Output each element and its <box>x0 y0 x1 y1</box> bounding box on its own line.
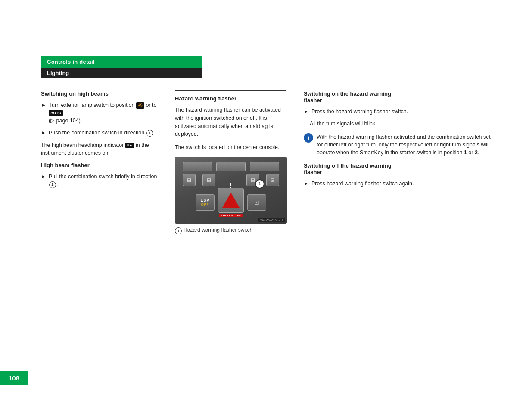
arrow-icon-3: ► <box>41 173 46 181</box>
right-arrow-1: ► <box>304 108 309 115</box>
caption-text: Hazard warning flasher switch <box>184 227 252 233</box>
right-arrow-2: ► <box>304 180 309 187</box>
all-signals-text: All the turn signals will blink. <box>310 120 491 128</box>
info-box: i With the hazard warning flasher activa… <box>304 133 491 156</box>
middle-separator <box>175 90 286 91</box>
col-middle: Hazard warning flasher The hazard warnin… <box>166 90 295 234</box>
hazard-image: ⊟ ⊟ ⊟ ⊟ <box>175 157 287 224</box>
sq-btn-left2: ⊟ <box>202 174 215 186</box>
lighting-bar: Lighting <box>41 68 202 78</box>
switch-off-title: Switching off the hazard warning flasher <box>304 162 491 175</box>
sq-icon-1: ⊟ <box>187 177 191 183</box>
top-btn-2 <box>216 162 246 171</box>
caption-circle: 1 <box>175 227 182 234</box>
high-beam-flasher-title: High beam flasher <box>41 162 157 168</box>
airbag-label: AIRBAG OFF <box>219 214 243 217</box>
right-bullet-2: ► Press hazard warning flasher switch ag… <box>304 180 491 187</box>
sq-icon-3: ⊟ <box>251 177 255 183</box>
bullet-text-3: Pull the combination switch briefly in d… <box>49 173 157 188</box>
page-number-box: 108 <box>0 371 28 385</box>
arrow-icon-1: ► <box>41 102 46 109</box>
triangle-container: ! <box>222 193 240 208</box>
right-bullet-text-2: Press hazard warning flasher switch agai… <box>311 180 491 187</box>
controls-label: Controls in detail <box>47 59 95 65</box>
right-bullet-1: ► Press the hazard warning flasher switc… <box>304 108 491 115</box>
lighting-label: Lighting <box>47 70 69 76</box>
triangle-red: ! <box>222 193 240 208</box>
bullet-item-1: ► Turn exterior lamp switch to position … <box>41 101 157 125</box>
right-console-button[interactable]: ⊡ <box>247 194 266 211</box>
bullet-text-1: Turn exterior lamp switch to position 🔆 … <box>49 101 157 125</box>
controls-bar: Controls in detail <box>41 56 202 68</box>
esp-button[interactable]: ESP OFF <box>196 194 215 211</box>
top-btn-3 <box>250 162 279 171</box>
top-buttons-row <box>183 162 279 171</box>
col-right: Switching on the hazard warning flasher … <box>295 90 491 234</box>
hazard-para2: The switch is located on the center cons… <box>175 143 286 152</box>
sq-icon-4: ⊟ <box>271 177 275 183</box>
lamp-d-icon: 🔆 <box>136 102 144 109</box>
hazard-flasher-title: Hazard warning flasher <box>175 95 286 102</box>
image-caption: 1 Hazard warning flasher switch <box>175 227 286 234</box>
right-bullet-text-1: Press the hazard warning flasher switch. <box>311 108 491 115</box>
hazard-area: ESP OFF ! <box>181 188 280 217</box>
exclaim-icon: ! <box>230 179 232 193</box>
sq-btn-left1: ⊟ <box>183 174 196 186</box>
bullet-item-3: ► Pull the combination switch briefly in… <box>41 173 157 188</box>
arrow-icon-2: ► <box>41 129 46 137</box>
esp-label-group: ESP OFF <box>200 198 209 206</box>
hazard-triangle-button[interactable]: ! <box>218 188 244 213</box>
callout-1-num: 1 <box>258 181 261 186</box>
esp-text: ESP <box>200 198 209 202</box>
page-number: 108 <box>9 374 19 382</box>
content-area: Switching on high beams ► Turn exterior … <box>41 90 491 234</box>
esp-off-text: OFF <box>201 202 209 206</box>
info-icon: i <box>304 133 313 143</box>
page-container: Controls in detail Lighting Switching on… <box>0 0 532 411</box>
right-icon: ⊡ <box>254 199 259 206</box>
auto-icon: AUTO <box>49 110 63 116</box>
circle-2: 2 <box>49 181 56 188</box>
photo-credit: P54.25-2958-31 <box>258 218 285 222</box>
sub-text-highbeam: The high beam headlamp indicator ≡► in t… <box>41 141 157 157</box>
sq-icon-2: ⊟ <box>207 177 211 183</box>
info-text-content: With the hazard warning flasher activate… <box>317 133 491 156</box>
bullet-text-2: Push the combination switch in direction… <box>49 129 157 137</box>
switch-on-title: Switching on the hazard warning flasher <box>304 90 491 103</box>
col-left: Switching on high beams ► Turn exterior … <box>41 90 166 234</box>
header-section: Controls in detail Lighting <box>41 56 202 78</box>
sq-btn-right2: ⊟ <box>266 174 279 186</box>
console-background: ⊟ ⊟ ⊟ ⊟ <box>175 157 287 224</box>
callout-1: 1 <box>255 179 264 189</box>
high-beams-title: Switching on high beams <box>41 90 157 97</box>
hazard-button-wrap: ! AIRBAG OFF <box>218 188 244 217</box>
hb-indicator-icon: ≡► <box>125 143 134 149</box>
top-btn-1 <box>183 162 212 171</box>
bullet-item-2: ► Push the combination switch in directi… <box>41 129 157 137</box>
hazard-para1: The hazard warning flasher can be activa… <box>175 106 286 138</box>
circle-1: 1 <box>146 130 153 137</box>
